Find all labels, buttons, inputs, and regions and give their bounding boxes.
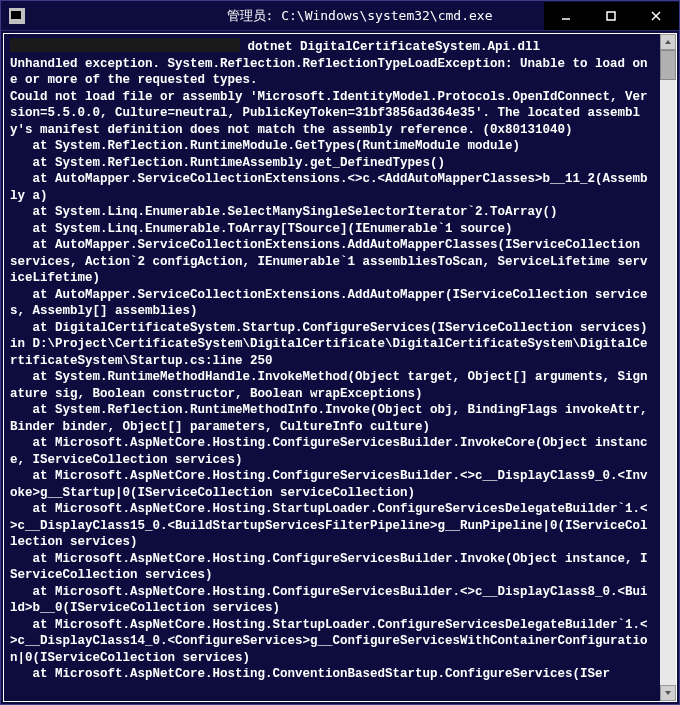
cmd-window: 管理员: C:\Windows\system32\cmd.exe dotnet … xyxy=(0,0,680,705)
terminal-area: dotnet DigitalCertificateSystem.Api.dll … xyxy=(3,33,677,702)
maximize-button[interactable] xyxy=(589,2,634,30)
scroll-up-button[interactable] xyxy=(660,34,676,50)
window-controls xyxy=(544,2,679,30)
terminal-content[interactable]: dotnet DigitalCertificateSystem.Api.dll … xyxy=(4,34,660,701)
titlebar-left xyxy=(9,8,25,24)
prompt-redacted xyxy=(10,38,240,52)
close-button[interactable] xyxy=(634,2,679,30)
minimize-button[interactable] xyxy=(544,2,589,30)
cmd-icon xyxy=(9,8,25,24)
scroll-track[interactable] xyxy=(660,50,676,685)
terminal-output: Unhandled exception. System.Reflection.R… xyxy=(10,57,655,682)
window-title: 管理员: C:\Windows\system32\cmd.exe xyxy=(227,7,493,25)
command-line: dotnet DigitalCertificateSystem.Api.dll xyxy=(248,40,541,54)
svg-rect-1 xyxy=(607,12,615,20)
scroll-thumb[interactable] xyxy=(660,50,676,80)
titlebar[interactable]: 管理员: C:\Windows\system32\cmd.exe xyxy=(1,1,679,31)
scroll-down-button[interactable] xyxy=(660,685,676,701)
vertical-scrollbar[interactable] xyxy=(660,34,676,701)
